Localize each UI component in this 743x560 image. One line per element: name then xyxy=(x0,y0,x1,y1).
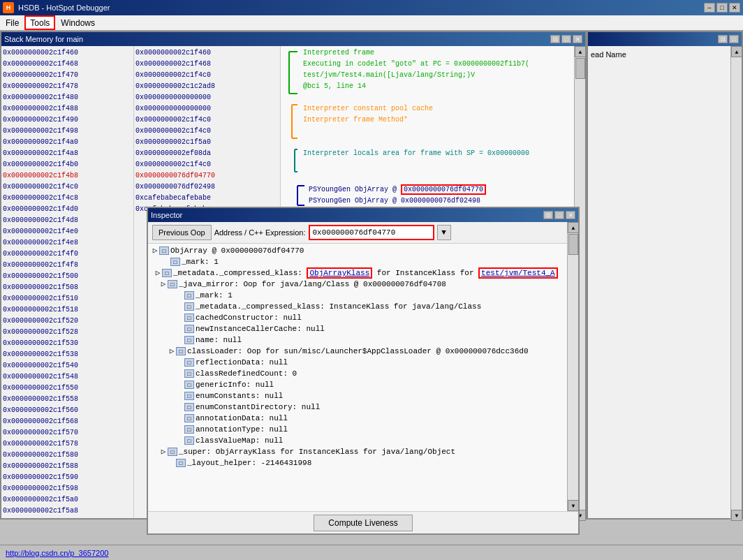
tree-icon-annotation-type: □ xyxy=(184,425,194,434)
addr-15: 0x0000000002c1f4d8 xyxy=(3,215,132,226)
inspector-close-btn[interactable]: ✕ xyxy=(566,211,575,219)
addr-10: 0x0000000002c1f4b0 xyxy=(3,159,132,170)
addr-22: 0x0000000002c1f510 xyxy=(3,293,132,304)
addr-30: 0x0000000002c1f550 xyxy=(3,383,132,394)
val-0: 0x0000000002c1f460 xyxy=(135,47,279,59)
tree-text-java-mirror: _java_mirror: Oop for java/lang/Class @ … xyxy=(179,279,446,290)
inspector-max-btn[interactable]: □ xyxy=(554,211,564,219)
addr-21: 0x0000000002c1f508 xyxy=(3,282,132,293)
tree-text-reflection: reflectionData: null xyxy=(196,357,288,368)
address-input[interactable] xyxy=(309,225,434,240)
tree-text-enum-dir: enumConstantDirectory: null xyxy=(196,401,320,413)
right-restore-btn[interactable]: ⊡ xyxy=(718,35,728,43)
tree-icon-enum-constants: □ xyxy=(184,392,194,400)
tree-icon-cached-ctor: □ xyxy=(184,314,194,322)
right-panel-titlebar: ⊡ □ xyxy=(588,32,742,46)
addr-9: 0x0000000002c1f4a8 xyxy=(3,148,132,159)
status-bar: http://blog.csdn.cn/p_3657200 xyxy=(0,545,743,560)
stack-panel-controls[interactable]: ⊡ □ ✕ xyxy=(550,35,582,43)
addr-16: 0x0000000002c1f4e0 xyxy=(3,226,132,237)
annotation-bci: @bci 5, line 14 xyxy=(303,82,366,90)
addr-32: 0x0000000002c1f560 xyxy=(3,405,132,416)
tree-icon-java-mirror: □ xyxy=(168,280,177,288)
tree-expand-root[interactable]: ▷ xyxy=(151,245,159,256)
stack-max-btn[interactable]: □ xyxy=(561,35,571,43)
stack-restore-btn[interactable]: ⊡ xyxy=(550,35,560,43)
tree-text-redefine-count: classRedefinedCount: 0 xyxy=(196,368,297,379)
test4a-link[interactable]: test/jvm/Test4_A xyxy=(478,267,558,279)
tree-item-cached-ctor: □ cachedConstructor: null xyxy=(151,312,575,323)
close-button[interactable]: ✕ xyxy=(729,3,740,13)
right-panel-scrollbar[interactable]: ▲ ▼ xyxy=(730,46,742,521)
addr-37: 0x0000000002c1f588 xyxy=(3,461,132,472)
minimize-button[interactable]: – xyxy=(704,3,715,13)
status-url[interactable]: http://blog.csdn.cn/p_3657200 xyxy=(6,549,108,557)
insp-scroll-thumb[interactable] xyxy=(568,234,578,255)
inspector-scrollbar[interactable]: ▲ ▼ xyxy=(567,222,578,511)
addr-29: 0x0000000002c1f548 xyxy=(3,371,132,383)
addr-38: 0x0000000002c1f590 xyxy=(3,472,132,483)
stack-close-btn[interactable]: ✕ xyxy=(573,35,582,43)
tree-icon-class-value-map: □ xyxy=(184,436,194,445)
tree-text-layout-helper: _layout_helper: -2146431998 xyxy=(187,457,311,469)
annotation-executing: Executing in codelet "goto" at PC = 0x00… xyxy=(303,60,529,68)
tree-text-annotation-type: annotationType: null xyxy=(196,424,288,435)
addr-28: 0x0000000002c1f540 xyxy=(3,360,132,371)
tree-text-root: ObjArray @ 0x000000076df04770 xyxy=(170,245,304,256)
insp-scroll-up[interactable]: ▲ xyxy=(568,222,579,233)
compute-liveness-button[interactable]: Compute Liveness xyxy=(314,515,412,531)
tree-expand-classloader[interactable]: ▷ xyxy=(168,346,176,357)
tree-item-super: ▷ □ _super: ObjArrayKlass for InstanceKl… xyxy=(151,446,575,457)
tree-icon-metadata: □ xyxy=(162,269,172,277)
tree-expand-java-mirror[interactable]: ▷ xyxy=(159,279,168,290)
scroll-thumb[interactable] xyxy=(575,58,585,79)
annotation-interpreted-frame: Interpreted frame xyxy=(303,49,374,57)
addr-17: 0x0000000002c1f4e8 xyxy=(3,237,132,249)
previous-oop-button[interactable]: Previous Oop xyxy=(152,225,212,240)
menu-windows[interactable]: Windows xyxy=(55,15,101,30)
right-panel-controls[interactable]: ⊡ □ xyxy=(718,35,739,43)
tree-item-class-value-map: □ classValueMap: null xyxy=(151,435,575,446)
maximize-button[interactable]: □ xyxy=(716,3,728,13)
tree-icon-redefine-count: □ xyxy=(184,369,194,378)
val-10: 0x0000000002c1f4c0 xyxy=(135,159,279,170)
addr-4: 0x0000000002c1f480 xyxy=(3,92,132,103)
inspector-restore-btn[interactable]: ⊡ xyxy=(543,211,553,219)
addr-19: 0x0000000002c1f4f8 xyxy=(3,260,132,271)
addr-34: 0x0000000002c1f570 xyxy=(3,427,132,439)
inspector-controls[interactable]: ⊡ □ ✕ xyxy=(543,211,575,219)
scroll-up-arrow[interactable]: ▲ xyxy=(575,46,585,57)
menu-file[interactable]: File xyxy=(0,15,24,30)
tree-item-redefine-count: □ classRedefinedCount: 0 xyxy=(151,368,575,379)
menu-tools[interactable]: Tools xyxy=(24,15,55,30)
addr-27: 0x0000000002c1f538 xyxy=(3,349,132,360)
objarray-klass-link[interactable]: ObjArrayKlass xyxy=(307,267,372,279)
tree-text-class-value-map: classValueMap: null xyxy=(196,435,283,446)
right-scroll-up[interactable]: ▲ xyxy=(731,46,742,57)
tree-item-enum-constants: □ enumConstants: null xyxy=(151,390,575,401)
right-max-btn[interactable]: □ xyxy=(729,35,739,43)
tree-text-classloader: classLoader: Oop for sun/misc/Launcher$A… xyxy=(187,346,528,357)
addr-2: 0x0000000002c1f470 xyxy=(3,70,132,81)
tree-icon-reflection: □ xyxy=(184,358,194,367)
tree-item-reflection: □ reflectionData: null xyxy=(151,357,575,368)
insp-scroll-down[interactable]: ▼ xyxy=(568,500,579,511)
val-11: 0x0000000076df04770 xyxy=(135,170,279,182)
addr-0: 0x0000000002c1f460 xyxy=(3,47,132,59)
tree-expand-metadata[interactable]: ▷ xyxy=(154,267,162,279)
tree-item-metadata: ▷ □ _metadata._compressed_klass: ObjArra… xyxy=(151,267,575,279)
annotation-frame-method: Interpreter frame Method* xyxy=(303,116,408,124)
address-dropdown[interactable]: ▼ xyxy=(437,225,451,240)
tree-item-classloader: ▷ □ classLoader: Oop for sun/misc/Launch… xyxy=(151,346,575,357)
title-bar-controls[interactable]: – □ ✕ xyxy=(704,3,740,13)
stack-panel-titlebar: Stack Memory for main ⊡ □ ✕ xyxy=(1,32,585,46)
tree-item-enum-dir: □ enumConstantDirectory: null xyxy=(151,401,575,413)
tree-text-name: name: null xyxy=(196,334,242,346)
addr-26: 0x0000000002c1f530 xyxy=(3,338,132,349)
right-scroll-down[interactable]: ▼ xyxy=(731,510,742,521)
addr-35: 0x0000000002c1f578 xyxy=(3,439,132,450)
tree-expand-super[interactable]: ▷ xyxy=(159,446,168,457)
addr-3: 0x0000000002c1f478 xyxy=(3,81,132,92)
addr-33: 0x0000000002c1f568 xyxy=(3,416,132,427)
addr-20: 0x0000000002c1f500 xyxy=(3,271,132,282)
